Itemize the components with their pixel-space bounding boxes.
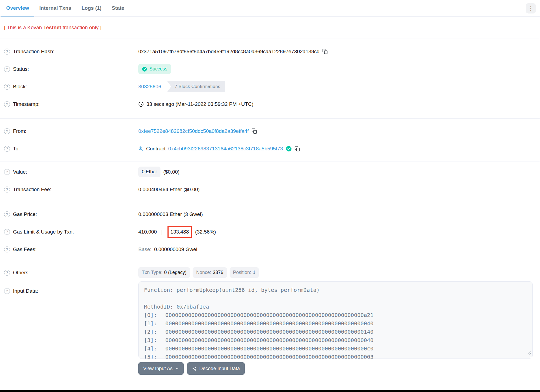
- help-icon[interactable]: ?: [4, 146, 10, 152]
- gas-used-percent: (32.56%): [195, 229, 216, 235]
- row-label: ? To:: [4, 146, 138, 152]
- block-confirmations-badge: 7 Block Confirmations: [167, 81, 225, 92]
- others-label: Others:: [13, 270, 30, 276]
- help-icon[interactable]: ?: [4, 187, 10, 192]
- row-label: ? From:: [4, 128, 138, 134]
- word-hex: 0000000000000000000000000000000000000000…: [165, 319, 374, 328]
- copy-icon[interactable]: [322, 49, 328, 54]
- value-usd: ($0.00): [163, 169, 179, 175]
- position-badge: Position: 1: [230, 267, 259, 278]
- transaction-hash-value: 0x371a51097fb78df856f8b4a7bd459f192d8cc8…: [138, 49, 320, 55]
- block-label: Block:: [13, 84, 27, 90]
- transaction-fee-value: 0.000400464 Ether ($0.00): [138, 187, 200, 192]
- txn-type-value: 0 (Legacy): [164, 270, 187, 275]
- status-label: Status:: [13, 66, 29, 72]
- input-word-row: [5]:000000000000000000000000000000000000…: [144, 353, 527, 359]
- gas-price-label: Gas Price:: [13, 211, 37, 217]
- copy-icon[interactable]: [294, 146, 300, 151]
- gas-fees-label: Gas Fees:: [13, 246, 37, 252]
- row-others: ? Others: Txn Type: 0 (Legacy) Nonce: 33…: [4, 264, 536, 281]
- view-input-as-button[interactable]: View Input As: [138, 362, 184, 375]
- word-hex: 0000000000000000000000000000000000000000…: [165, 328, 374, 336]
- to-contract-address-link[interactable]: 0x4cb093f226983713164a62138c3f718a5b595f…: [168, 146, 283, 152]
- row-label: ? Input Data:: [4, 281, 138, 294]
- input-word-row: [3]:000000000000000000000000000000000000…: [144, 336, 527, 344]
- annotation-highlight-box: 133,488: [167, 226, 192, 238]
- gas-used-value: 133,488: [170, 229, 189, 235]
- word-hex: 0000000000000000000000000000000000000000…: [165, 311, 374, 319]
- success-check-icon: [142, 67, 147, 72]
- input-word-row: [2]:000000000000000000000000000000000000…: [144, 328, 527, 336]
- input-data-box[interactable]: Function: performUpkeep(uint256 id, byte…: [138, 281, 533, 359]
- value-label: Value:: [13, 169, 27, 175]
- row-label: ? Value:: [4, 169, 138, 175]
- section-gas: ? Gas Price: 0.000000003 Ether (3 Gwei) …: [0, 200, 540, 258]
- position-key: Position:: [233, 270, 251, 275]
- help-icon[interactable]: ?: [4, 246, 10, 252]
- help-icon[interactable]: ?: [4, 128, 10, 134]
- row-label: ? Others:: [4, 270, 138, 276]
- value-badge: 0 Ether: [138, 167, 160, 177]
- row-label: ? Timestamp:: [4, 101, 138, 107]
- help-icon[interactable]: ?: [4, 211, 10, 217]
- row-label: ? Gas Fees:: [4, 246, 138, 252]
- help-icon[interactable]: ?: [4, 49, 10, 55]
- txn-type-key: Txn Type:: [142, 270, 163, 275]
- input-data-label: Input Data:: [13, 288, 38, 294]
- verified-check-icon: [286, 146, 292, 152]
- help-icon[interactable]: ?: [4, 101, 10, 107]
- section-value: ? Value: 0 Ether ($0.00) ? Transaction F…: [0, 161, 540, 200]
- decode-input-data-button[interactable]: Decode Input Data: [187, 362, 245, 375]
- view-input-as-label: View Input As: [143, 366, 173, 371]
- decode-icon: [192, 366, 197, 371]
- kebab-menu-button[interactable]: ⋮: [526, 3, 536, 13]
- block-number-link[interactable]: 30328606: [138, 84, 161, 90]
- input-methodid-line: MethodID: 0x7bbaf1ea: [144, 303, 527, 311]
- copy-icon[interactable]: [251, 128, 257, 134]
- input-word-row: [1]:000000000000000000000000000000000000…: [144, 319, 527, 328]
- input-word-row: [4]:000000000000000000000000000000000000…: [144, 344, 527, 353]
- status-badge: Success: [138, 64, 171, 74]
- row-gas-fees: ? Gas Fees: Base: 0.000000009 Gwei: [4, 241, 536, 258]
- input-word-row: [0]:000000000000000000000000000000000000…: [144, 311, 527, 319]
- transaction-fee-label: Transaction Fee:: [13, 187, 51, 192]
- help-icon[interactable]: ?: [4, 84, 10, 90]
- tab-overview[interactable]: Overview: [1, 0, 34, 16]
- nonce-value: 3376: [213, 270, 223, 275]
- tab-internal-txns[interactable]: Internal Txns: [34, 0, 76, 16]
- row-label: ? Transaction Hash:: [4, 49, 138, 55]
- gas-limit-value: 410,000: [138, 229, 157, 235]
- decode-label: Decode Input Data: [199, 366, 240, 371]
- tab-state[interactable]: State: [107, 0, 129, 16]
- base-fee-label: Base:: [138, 246, 152, 252]
- input-blank-line: [144, 294, 527, 303]
- word-index: [3]:: [144, 336, 165, 344]
- status-text: Success: [149, 66, 167, 72]
- from-label: From:: [13, 128, 26, 134]
- row-from: ? From: 0xfee7522e8482682cf50ddc50a0f8da…: [4, 122, 536, 140]
- help-icon[interactable]: ?: [4, 66, 10, 72]
- word-index: [2]:: [144, 328, 165, 336]
- gas-separator: |: [160, 229, 164, 235]
- row-label: ? Gas Limit & Usage by Txn:: [4, 229, 138, 235]
- input-buttons-row: View Input As Decode Input Data: [138, 362, 533, 375]
- help-icon[interactable]: ?: [4, 169, 10, 175]
- row-value: ? Value: 0 Ether ($0.00): [4, 163, 536, 181]
- word-hex: 0000000000000000000000000000000000000000…: [165, 353, 374, 359]
- row-timestamp: ? Timestamp: 33 secs ago (Mar-11-2022 03…: [4, 95, 536, 113]
- from-address-link[interactable]: 0xfee7522e8482682cf50ddc50a0f8da2a39effa…: [138, 128, 249, 134]
- input-function-line: Function: performUpkeep(uint256 id, byte…: [144, 286, 527, 294]
- bottom-divider: [4, 377, 540, 377]
- resize-handle-icon[interactable]: [528, 349, 531, 357]
- help-icon[interactable]: ?: [4, 270, 10, 276]
- word-index: [0]:: [144, 311, 165, 319]
- transaction-hash-label: Transaction Hash:: [13, 49, 54, 55]
- position-value: 1: [253, 270, 256, 275]
- to-contract-prefix: Contract: [146, 146, 166, 152]
- zoom-in-icon[interactable]: [138, 146, 143, 151]
- tab-logs[interactable]: Logs (1): [76, 0, 107, 16]
- row-label: ? Status:: [4, 66, 138, 72]
- help-icon[interactable]: ?: [4, 229, 10, 235]
- help-icon[interactable]: ?: [4, 288, 10, 294]
- chevron-down-icon: [175, 367, 179, 370]
